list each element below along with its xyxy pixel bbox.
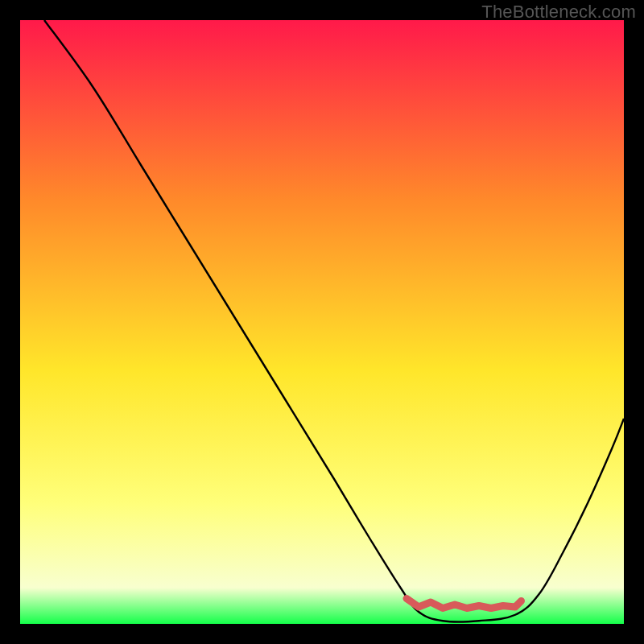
watermark-text: TheBottleneck.com: [481, 2, 636, 23]
chart-svg: [20, 20, 624, 624]
gradient-background: [20, 20, 624, 624]
plot-area: [20, 20, 624, 624]
chart-container: TheBottleneck.com: [0, 0, 644, 644]
